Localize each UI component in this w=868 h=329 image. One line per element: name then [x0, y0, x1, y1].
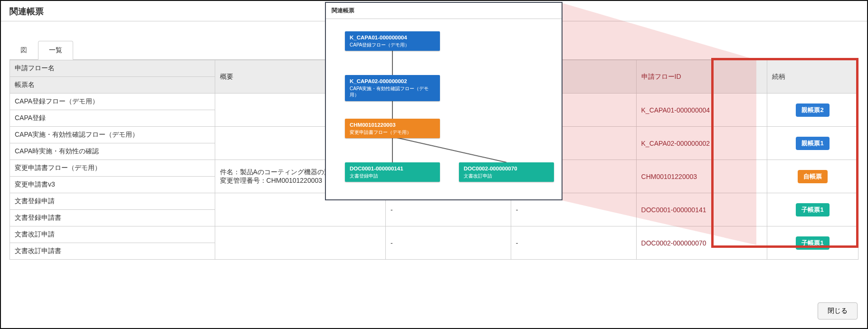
cell-flow-name: CAPA実施・有効性確認フロー（デモ用） — [10, 127, 215, 143]
cell-summary — [215, 226, 386, 260]
cell-relation: 自帳票 — [767, 160, 858, 193]
cell-flow-name: 文書改訂申請 — [10, 226, 215, 243]
cell-form-name: 文書登録申請書 — [10, 210, 215, 226]
relation-badge: 親帳票1 — [796, 137, 829, 150]
cell-relation: 子帳票1 — [767, 193, 858, 226]
th-flow-id: 申請フローID — [636, 60, 767, 94]
cell-form-name: CAPA時実施・有効性の確認 — [10, 143, 215, 160]
relation-badge: 自帳票 — [798, 170, 828, 183]
cell-form-name: 変更申請書v3 — [10, 177, 215, 193]
svg-line-3 — [392, 137, 506, 162]
cell-flow-id: DOC0001-000000141 — [636, 193, 767, 226]
cell-flow-name: 変更申請書フロー（デモ用） — [10, 160, 215, 177]
diagram-node[interactable]: DOC0001-000000141文書登録申請 — [345, 162, 440, 182]
relation-badge: 親帳票2 — [796, 103, 829, 117]
diagram-node[interactable]: CHM00101220003変更申請書フロー（デモ用） — [345, 119, 440, 138]
diagram-node[interactable]: K_CAPA01-000000004CAPA登録フロー（デモ用） — [345, 31, 440, 51]
tab-diagram[interactable]: 図 — [10, 41, 38, 60]
cell-relation: 親帳票2 — [767, 94, 858, 127]
cell-flow-id: K_CAPA02-000000002 — [636, 127, 767, 160]
cell-flow-id: K_CAPA01-000000004 — [636, 94, 767, 127]
cell-flow-id: DOC0002-000000070 — [636, 226, 767, 260]
cell-relation: 親帳票1 — [767, 127, 858, 160]
table-row[interactable]: 文書改訂申請--DOC0002-000000070子帳票1 — [10, 226, 858, 243]
cell-flow-id: CHM00101220003 — [636, 160, 767, 193]
th-form-name: 帳票名 — [10, 77, 215, 94]
th-relation: 続柄 — [767, 60, 858, 94]
diagram-title: 関連帳票 — [326, 3, 562, 19]
cell-flow-name: CAPA登録フロー（デモ用） — [10, 94, 215, 110]
diagram-overlay: 関連帳票 K_CAPA01-000000004CAPA登録フロー（デモ用）K_C… — [325, 2, 563, 200]
cell-flow-name: 文書登録申請 — [10, 193, 215, 210]
cell-form-name: 文書改訂申請書 — [10, 243, 215, 260]
cell-relation: 子帳票1 — [767, 226, 858, 260]
relation-badge: 子帳票1 — [796, 203, 829, 216]
cell-col2: - — [511, 226, 636, 260]
cell-col1: - — [386, 226, 511, 260]
th-flow-name: 申請フロー名 — [10, 60, 215, 77]
cell-form-name: CAPA登録 — [10, 110, 215, 127]
diagram-node[interactable]: DOC0002-000000070文書改訂申請 — [459, 162, 554, 182]
relation-badge: 子帳票1 — [796, 236, 829, 250]
close-button[interactable]: 閉じる — [818, 302, 858, 320]
tab-list[interactable]: 一覧 — [38, 41, 73, 60]
diagram-node[interactable]: K_CAPA02-000000002CAPA実施・有効性確認フロー（デモ用） — [345, 75, 440, 101]
